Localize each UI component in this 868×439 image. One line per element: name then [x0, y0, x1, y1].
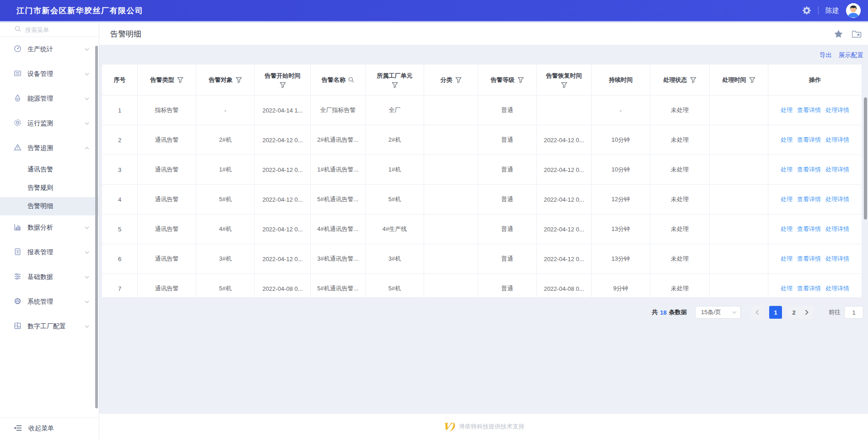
- handle-detail-link[interactable]: 处理详情: [825, 136, 849, 144]
- table-cell-actions: 处理查看详情处理详情: [768, 96, 862, 125]
- table-cell: [424, 274, 478, 297]
- prev-page-button[interactable]: [751, 306, 764, 319]
- view-detail-link[interactable]: 查看详情: [797, 284, 821, 293]
- table-cell: 通讯告警: [138, 214, 196, 244]
- total-suffix: 条数据: [669, 308, 687, 316]
- cell-value: 2022-04-12 0...: [544, 226, 584, 233]
- handle-detail-link[interactable]: 处理详情: [825, 284, 849, 293]
- column-header: 处理时间: [710, 64, 768, 96]
- table-cell: 2022-04-12 0...: [255, 214, 311, 244]
- page-size-select[interactable]: 15条/页: [695, 306, 741, 319]
- sidebar-item-6[interactable]: 数据分析: [0, 215, 98, 240]
- username[interactable]: 陈建: [825, 6, 839, 15]
- handle-detail-link[interactable]: 处理详情: [825, 195, 849, 203]
- page-scrollbar[interactable]: [864, 97, 867, 220]
- sidebar-item-7[interactable]: 报表管理: [0, 240, 98, 265]
- handle-link[interactable]: 处理: [781, 195, 793, 203]
- goto-page-input[interactable]: [844, 306, 863, 319]
- view-detail-link[interactable]: 查看详情: [797, 255, 821, 263]
- table-cell: 未处理: [650, 125, 710, 155]
- cell-value: 2022-04-12 0...: [262, 137, 302, 144]
- filter-icon[interactable]: [177, 77, 183, 83]
- sidebar-subitem-3[interactable]: 告警明细: [0, 197, 98, 215]
- sidebar-item-4[interactable]: 运行监测: [0, 111, 98, 136]
- handle-detail-link[interactable]: 处理详情: [825, 255, 849, 263]
- pagination-total: 共 18 条数据: [652, 308, 687, 316]
- factory-layout-icon: [14, 322, 22, 331]
- cell-value: 通讯告警: [155, 166, 179, 174]
- handle-detail-link[interactable]: 处理详情: [825, 225, 849, 233]
- folder-star-icon[interactable]: [852, 30, 862, 38]
- collapse-menu-button[interactable]: 收起菜单: [0, 418, 98, 439]
- bar-chart-icon: [14, 223, 22, 232]
- star-icon[interactable]: [834, 30, 843, 38]
- monitor-gauge-icon: [14, 119, 22, 128]
- collapse-label: 收起菜单: [28, 424, 54, 433]
- sidebar-item-1[interactable]: 生产统计: [0, 37, 98, 62]
- sidebar-item-10[interactable]: 数字工厂配置: [0, 314, 98, 339]
- view-detail-link[interactable]: 查看详情: [797, 136, 821, 144]
- sidebar-scrollbar[interactable]: [95, 46, 98, 408]
- handle-detail-link[interactable]: 处理详情: [825, 106, 849, 114]
- column-header: 持续时间: [592, 64, 650, 96]
- sidebar-item-5[interactable]: 告警追溯: [0, 136, 98, 161]
- table-cell: 13分钟: [592, 214, 650, 244]
- filter-icon[interactable]: [561, 82, 567, 88]
- title-icons: [834, 30, 862, 38]
- table-cell: 2022-04-12 0...: [537, 125, 592, 155]
- table-cell: 全厂: [366, 96, 424, 125]
- search-input[interactable]: [25, 27, 85, 33]
- export-button[interactable]: 导出: [819, 51, 832, 59]
- cell-value: 通讯告警: [155, 136, 179, 144]
- sidebar-item-2[interactable]: 设备管理: [0, 62, 98, 86]
- app-screen: 江门市新会区新华胶丝厂有限公司 陈建: [0, 0, 868, 439]
- sidebar-item-9[interactable]: 系统管理: [0, 289, 98, 314]
- page-button-2[interactable]: 2: [787, 306, 800, 319]
- cell-value: 2022-04-08 0...: [544, 285, 584, 292]
- view-detail-link[interactable]: 查看详情: [797, 166, 821, 174]
- table-cell: 9分钟: [592, 274, 650, 297]
- handle-link[interactable]: 处理: [781, 255, 793, 263]
- column-header-label: 分类: [441, 76, 453, 84]
- cell-value: 2022-04-12 0...: [544, 196, 584, 203]
- table-cell: 2022-04-08 0...: [255, 274, 311, 297]
- sidebar-item-3[interactable]: 能源管理: [0, 86, 98, 111]
- table-cell: 4: [102, 185, 138, 214]
- cell-value: 2022-04-12 0...: [262, 166, 302, 173]
- view-detail-link[interactable]: 查看详情: [797, 195, 821, 203]
- cell-value: 通讯告警: [155, 195, 179, 203]
- filter-icon[interactable]: [236, 77, 242, 83]
- handle-link[interactable]: 处理: [781, 225, 793, 233]
- view-detail-link[interactable]: 查看详情: [797, 106, 821, 114]
- filter-icon[interactable]: [392, 82, 398, 88]
- handle-link[interactable]: 处理: [781, 106, 793, 114]
- page-button-1[interactable]: 1: [769, 306, 782, 319]
- sidebar-subitem-1[interactable]: 通讯告警: [0, 161, 98, 179]
- handle-link[interactable]: 处理: [781, 166, 793, 174]
- handle-link[interactable]: 处理: [781, 136, 793, 144]
- cell-value: 10分钟: [611, 136, 630, 144]
- cell-value: 2022-04-14 1...: [262, 107, 302, 114]
- filter-icon[interactable]: [690, 77, 696, 83]
- sidebar-subitem-2[interactable]: 告警规则: [0, 179, 98, 197]
- handle-detail-link[interactable]: 处理详情: [825, 166, 849, 174]
- search-icon[interactable]: [348, 77, 354, 83]
- avatar[interactable]: [846, 3, 861, 18]
- collapse-icon: [14, 425, 22, 433]
- next-page-button[interactable]: [800, 306, 813, 319]
- display-config-button[interactable]: 展示配置: [839, 51, 863, 59]
- chevron-down-icon: [85, 122, 89, 125]
- cell-value: -: [620, 107, 621, 114]
- filter-icon[interactable]: [455, 77, 462, 83]
- filter-icon[interactable]: [280, 82, 286, 88]
- column-header: 告警对象: [196, 64, 255, 96]
- sidebar-item-8[interactable]: 基础数据: [0, 265, 98, 289]
- filter-icon[interactable]: [749, 77, 755, 83]
- filter-icon[interactable]: [518, 77, 524, 83]
- sidebar-item-label: 运行监测: [27, 119, 53, 128]
- gear-icon[interactable]: [802, 6, 811, 15]
- handle-link[interactable]: 处理: [781, 284, 793, 293]
- page-buttons: 12: [769, 306, 800, 319]
- view-detail-link[interactable]: 查看详情: [797, 225, 821, 233]
- table-cell: 3: [102, 155, 138, 185]
